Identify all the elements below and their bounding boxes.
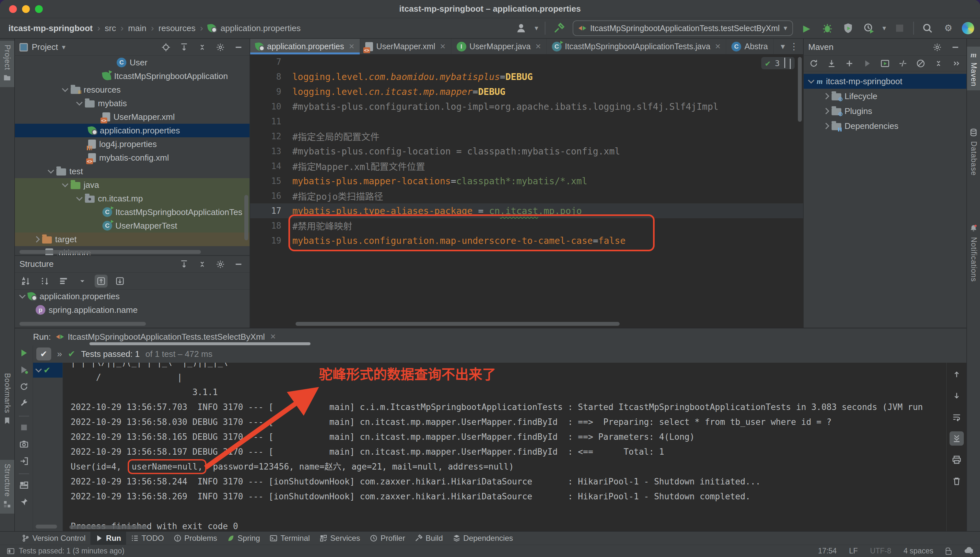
sidebar-item-database[interactable]: Database [967, 124, 980, 179]
caret-position[interactable]: 17:54 [818, 547, 837, 555]
tree-row[interactable]: target [15, 233, 250, 246]
editor-line[interactable]: 15mybatis-plus.mapper-locations=classpat… [250, 174, 803, 189]
file-encoding[interactable]: UTF-8 [870, 547, 891, 555]
sidebar-item-project[interactable]: Project [0, 41, 14, 87]
execute-goal-button[interactable] [879, 57, 891, 70]
minimize-window-button[interactable] [22, 5, 30, 13]
maven-plugins-row[interactable]: Plugins [804, 104, 966, 119]
sort-alpha-button[interactable] [20, 275, 33, 288]
tree-row[interactable]: java [15, 178, 250, 192]
snapshot-button[interactable] [20, 440, 28, 450]
hidden-tabs-chevron-icon[interactable]: ▾ [781, 41, 785, 52]
run-configuration-select[interactable]: ItcastMpSpringbootApplicationTests.testS… [573, 20, 793, 36]
tab-usermapper-xml[interactable]: UserMapper.xml ✕ [360, 39, 451, 54]
tree-row[interactable]: CUserMapperTest [15, 219, 250, 233]
run-dim-button[interactable] [861, 57, 873, 70]
close-icon[interactable]: ✕ [536, 42, 541, 51]
editor-line[interactable]: 8logging.level.com.baomidou.mybatisplus=… [250, 69, 803, 84]
editor-line[interactable]: 19mybatis-plus.configuration.map-undersc… [250, 233, 803, 248]
scroll-end-button[interactable] [949, 432, 964, 446]
sidebar-item-maven[interactable]: m Maven [967, 47, 980, 90]
up-button[interactable] [949, 367, 964, 381]
tree-row[interactable]: application.properties [15, 124, 250, 137]
chevron-right-icon[interactable] [33, 236, 40, 243]
chevron-down-icon[interactable] [47, 167, 54, 174]
editor-line[interactable]: 14#指定Mapper.xml配置文件位置 [250, 159, 803, 174]
soft-wrap-button[interactable] [949, 410, 964, 424]
toolwindow-button-dependencies[interactable]: Dependencies [448, 532, 518, 545]
editor-line[interactable]: 17mybatis-plus.type-aliases-package = cn… [250, 204, 803, 218]
editor-line[interactable]: 18#禁用驼峰映射 [250, 218, 803, 233]
console-hscrollbar[interactable] [69, 525, 147, 529]
editor-vscrollbar[interactable] [798, 57, 802, 122]
settings-button[interactable] [214, 41, 227, 54]
tree-row[interactable]: resources [15, 83, 250, 96]
avatar[interactable] [962, 22, 974, 34]
chevron-down-icon[interactable] [19, 292, 26, 298]
add-button[interactable] [843, 57, 855, 70]
layout-icon[interactable] [7, 548, 14, 554]
chevron-down-icon[interactable] [62, 85, 69, 92]
prev-problem-icon[interactable] [784, 59, 785, 68]
editor-body[interactable]: ✔ 3 78logging.level.com.baomidou.mybatis… [250, 54, 803, 328]
line-ending[interactable]: LF [849, 547, 858, 555]
chevron-down-icon[interactable]: ▾ [62, 43, 65, 52]
autoscroll-to-source-button[interactable] [113, 275, 126, 288]
editor-line[interactable]: 12#指定全局的配置文件 [250, 129, 803, 144]
test-settings-button[interactable] [20, 399, 28, 409]
editor-line[interactable]: 11 [250, 114, 803, 129]
tree-row[interactable]: log4j.properties [15, 137, 250, 151]
more-options-icon[interactable]: ⋮ [789, 41, 799, 52]
tab-application-properties[interactable]: application.properties ✕ [250, 39, 360, 54]
run-tab[interactable]: ItcastMpSpringbootApplicationTests.testS… [56, 332, 276, 342]
maven-root-row[interactable]: m itcast-mp-springboot [804, 74, 966, 89]
stop-button[interactable] [20, 423, 28, 433]
editor-hscrollbar[interactable] [296, 322, 620, 326]
search-icon[interactable] [920, 21, 934, 35]
settings-button[interactable] [214, 258, 227, 271]
hide-button[interactable] [232, 41, 245, 54]
profiler-button[interactable] [862, 21, 876, 35]
tree-row[interactable]: CItcastMpSpringbootApplicationTes [15, 205, 250, 219]
import-results-button[interactable] [20, 457, 28, 467]
tree-row[interactable]: mybatis [15, 96, 250, 110]
tree-row[interactable]: mybatis-config.xml [15, 151, 250, 164]
stop-button[interactable] [892, 21, 907, 35]
cloud-help-icon[interactable] [964, 546, 973, 557]
maven-lifecycle-row[interactable]: Lifecycle [804, 89, 966, 104]
settings-gear-icon[interactable]: ⚙ [941, 21, 956, 35]
debug-button[interactable] [820, 21, 835, 35]
indent-setting[interactable]: 4 spaces [903, 547, 933, 555]
breadcrumb-file[interactable]: application.properties [221, 23, 301, 33]
tree-row[interactable]: ItcastMpSpringbootApplication [15, 69, 250, 83]
sidebar-item-structure[interactable]: Structure [0, 460, 14, 514]
chevron-down-icon[interactable] [62, 181, 69, 187]
structure-row[interactable]: pspring.application.name [15, 303, 250, 317]
expand-all-button[interactable] [178, 41, 191, 54]
tree-row[interactable]: cn.itcast.mp [15, 192, 250, 205]
collapse-all-button[interactable] [196, 258, 209, 271]
sidebar-item-notifications[interactable]: Notifications [967, 220, 980, 286]
tab-usermapper-java[interactable]: I UserMapper.java ✕ [451, 39, 547, 54]
locate-button[interactable] [160, 41, 172, 54]
test-tree-hscrollbar[interactable] [36, 524, 57, 529]
close-icon[interactable]: ✕ [349, 42, 354, 51]
settings-button[interactable] [931, 41, 944, 54]
run-button[interactable]: ▶ [799, 21, 814, 35]
toolwindow-button-todo[interactable]: TODO [126, 532, 169, 545]
sidebar-item-bookmarks[interactable]: Bookmarks [0, 369, 14, 430]
maven-dependencies-row[interactable]: Dependencies [804, 119, 966, 134]
toolwindow-button-services[interactable]: Services [315, 532, 365, 545]
console[interactable]: | | |\/||_)(_| | |_\ |_)||_|_\ / | 3.1.1… [63, 363, 946, 531]
skip-tests-button[interactable] [897, 57, 909, 70]
sync-button[interactable] [808, 57, 820, 70]
toolwindow-button-spring[interactable]: Spring [222, 532, 265, 545]
sort-visibility-button[interactable] [38, 275, 51, 288]
lock-icon[interactable] [946, 550, 952, 555]
expand-all-button[interactable] [178, 258, 191, 271]
next-problem-icon[interactable] [790, 59, 791, 68]
close-icon[interactable]: ✕ [715, 42, 721, 51]
collapse-all-button[interactable] [933, 57, 945, 70]
collapse-all-button[interactable] [196, 41, 209, 54]
print-button[interactable] [949, 453, 964, 467]
